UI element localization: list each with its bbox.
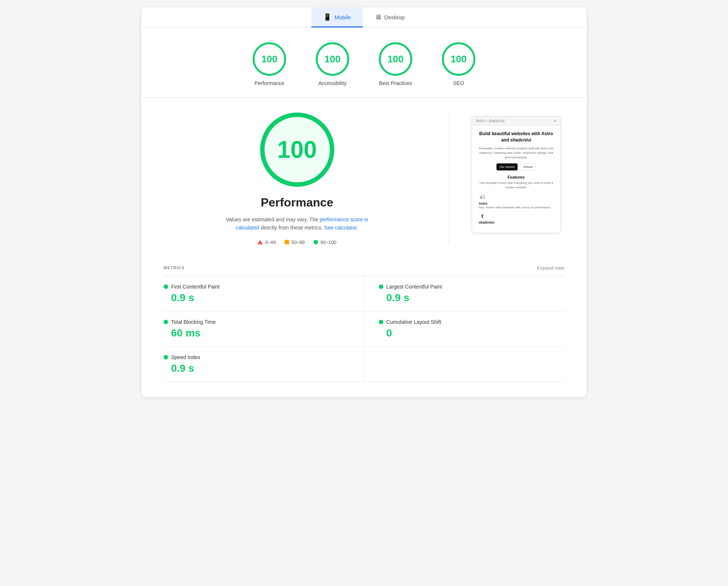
screenshot-features-title: Features [477,175,555,179]
legend-good-label: 90–100 [320,240,336,245]
feature-astro-name: Astro [479,202,488,205]
score-label-seo: SEO [453,80,464,86]
screenshot-feature-astro: 🏷 Astro Fast, modern web framework with … [477,193,555,210]
main-content: 100 Performance Values are estimated and… [141,98,587,260]
legend-poor: 0–49 [258,240,276,245]
shadcn-upload-icon: ⬆ [479,212,486,220]
metric-cls-name-row: Cumulative Layout Shift [379,319,564,325]
scores-section: 100 Performance 100 Accessibility 100 Be… [141,27,587,98]
score-performance: 100 Performance [253,42,286,86]
metric-fcp-value: 0.9 s [164,292,349,304]
score-label-performance: Performance [255,80,284,86]
metric-tbt-label: Total Blocking Time [171,319,216,325]
score-best-practices: 100 Best Practices [379,42,412,86]
score-circle-performance: 100 [253,42,286,76]
metric-cls: Cumulative Layout Shift 0 [364,312,564,347]
metric-si: Speed Index 0.9 s [164,347,364,382]
legend-good: 90–100 [314,240,336,245]
score-circle-best-practices: 100 [379,42,412,76]
tab-desktop[interactable]: 🖥 Desktop [363,8,417,27]
metric-cls-value: 0 [379,327,564,339]
perf-desc-link1-end: directly from these metrics. [259,225,324,231]
metric-si-value: 0.9 s [164,362,349,374]
metric-lcp-dot [379,284,383,289]
screenshot-title: Astro + shadcn/ui [476,119,505,123]
metric-cls-dot [379,320,383,324]
metric-si-dot [164,355,168,359]
screenshot-close-icon: ✕ [554,119,557,123]
metric-si-label: Speed Index [171,354,200,360]
screenshot-body: Build beautiful websites with Astro and … [472,126,560,233]
vertical-divider [449,113,449,245]
score-circle-accessibility: 100 [316,42,349,76]
legend-moderate-icon [285,240,289,244]
screenshot-heading: Build beautiful websites with Astro and … [477,131,555,143]
score-label-best-practices: Best Practices [379,80,412,86]
metric-tbt-value: 60 ms [164,327,349,339]
score-seo: 100 SEO [442,42,475,86]
metric-fcp-name-row: First Contentful Paint [164,284,349,290]
score-accessibility: 100 Accessibility [316,42,349,86]
screenshot-get-started-button[interactable]: Get Started [496,163,518,170]
screenshot-github-button[interactable]: GitHub [520,163,536,170]
screenshot-titlebar: Astro + shadcn/ui ✕ [472,117,560,126]
metrics-title: METRICS [164,266,185,270]
screenshot-para: A beautiful, modern website template bui… [477,146,555,160]
metrics-section: METRICS Expand view First Contentful Pai… [141,260,587,397]
mobile-icon: 📱 [323,13,331,21]
right-panel: Astro + shadcn/ui ✕ Build beautiful webs… [468,113,564,245]
legend-poor-icon [258,240,263,244]
metric-lcp-name-row: Largest Contentful Paint [379,284,564,290]
metric-tbt-name-row: Total Blocking Time [164,319,349,325]
perf-title: Performance [261,196,334,209]
astro-tag-icon: 🏷 [479,193,486,201]
metric-empty [364,347,564,382]
perf-desc-link2-end: . [357,225,358,231]
metric-lcp-value: 0.9 s [379,292,564,304]
score-label-accessibility: Accessibility [318,80,347,86]
metric-si-name-row: Speed Index [164,354,349,360]
legend-good-icon [314,240,318,244]
metric-lcp-label: Largest Contentful Paint [386,284,442,290]
metrics-grid: First Contentful Paint 0.9 s Largest Con… [164,276,564,382]
left-panel: 100 Performance Values are estimated and… [164,113,430,245]
tab-desktop-label: Desktop [384,14,405,20]
expand-view-button[interactable]: Expand view [537,265,564,271]
metric-fcp-dot [164,284,168,289]
tab-mobile[interactable]: 📱 Mobile [311,8,363,27]
main-container: 📱 Mobile 🖥 Desktop 100 Performance 100 A… [141,7,587,397]
perf-description: Values are estimated and may vary. The p… [219,215,375,232]
metric-cls-label: Cumulative Layout Shift [386,319,441,325]
legend-moderate-label: 50–89 [291,240,305,245]
metric-tbt: Total Blocking Time 60 ms [164,312,364,347]
screenshot-frame: Astro + shadcn/ui ✕ Build beautiful webs… [472,116,561,233]
tab-mobile-label: Mobile [334,14,351,20]
metric-fcp: First Contentful Paint 0.9 s [164,276,364,312]
metric-lcp: Largest Contentful Paint 0.9 s [364,276,564,312]
metrics-header: METRICS Expand view [164,260,564,276]
metric-tbt-dot [164,320,168,324]
see-calculator-link[interactable]: See calculator [324,225,357,231]
feature-shadcn-name: shadcn/ui [479,221,494,224]
metric-fcp-label: First Contentful Paint [171,284,220,290]
legend-moderate: 50–89 [285,240,305,245]
legend-poor-label: 0–49 [265,240,276,245]
desktop-icon: 🖥 [375,13,381,21]
perf-desc-main: Values are estimated and may vary. The [226,217,320,222]
screenshot-feature-shadcn: ⬆ shadcn/ui [477,212,555,225]
feature-astro-desc: Fast, modern web framework with a focus … [479,206,551,210]
screenshot-features-para: This template comes with everything you … [477,181,555,190]
score-circle-seo: 100 [442,42,475,76]
tabs-bar: 📱 Mobile 🖥 Desktop [141,7,587,27]
legend: 0–49 50–89 90–100 [258,240,336,245]
big-score-circle: 100 [260,113,334,187]
screenshot-buttons: Get Started GitHub [477,163,555,170]
